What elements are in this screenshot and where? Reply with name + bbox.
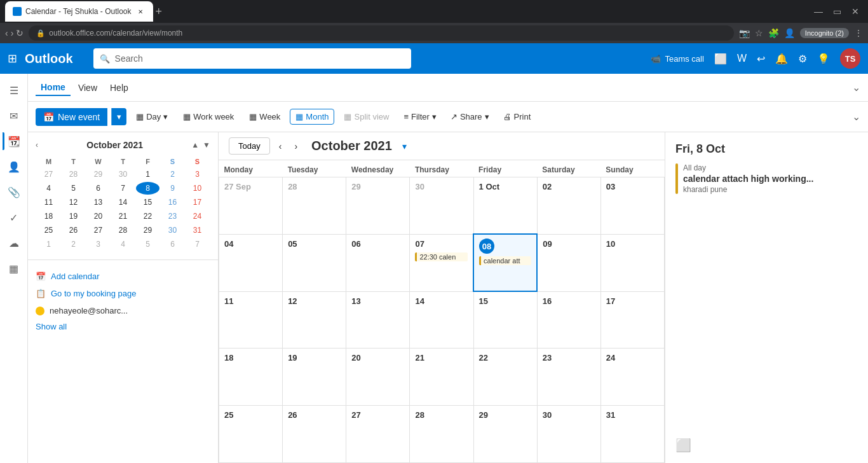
- table-row[interactable]: 27 Sep: [219, 177, 283, 235]
- add-calendar-button[interactable]: 📅 Add calendar: [36, 268, 210, 285]
- nav-tab-view[interactable]: View: [73, 80, 102, 95]
- sidebar-item-tasks[interactable]: ✓: [3, 206, 25, 229]
- new-event-button[interactable]: 📅 New event: [36, 108, 107, 126]
- mini-cal-day[interactable]: 4: [37, 182, 60, 195]
- table-row[interactable]: 02: [537, 177, 600, 235]
- nav-tab-help[interactable]: Help: [105, 80, 133, 95]
- close-button[interactable]: ✕: [848, 5, 863, 18]
- mini-cal-day[interactable]: 16: [161, 196, 184, 209]
- table-row[interactable]: 21: [410, 349, 473, 406]
- mini-cal-day[interactable]: 8: [136, 182, 159, 195]
- table-row[interactable]: 06: [346, 234, 410, 291]
- table-row[interactable]: 17: [600, 291, 664, 349]
- split-view-button[interactable]: ▦ Split view: [338, 109, 395, 125]
- mini-cal-day[interactable]: 31: [186, 224, 209, 237]
- toolbar-expand-icon[interactable]: ⌄: [852, 111, 860, 123]
- url-box[interactable]: 🔒 outlook.office.com/calendar/view/month: [29, 25, 734, 41]
- mini-cal-day[interactable]: 7: [111, 182, 135, 195]
- show-all-button[interactable]: Show all: [36, 319, 210, 334]
- event-chip[interactable]: 22:30 calen: [415, 252, 468, 261]
- waffle-icon[interactable]: ⊞: [8, 52, 17, 66]
- table-row[interactable]: 25: [219, 406, 283, 463]
- mini-cal-day[interactable]: 9: [161, 182, 184, 195]
- extension-icon[interactable]: 🧩: [768, 28, 779, 38]
- day-view-button[interactable]: ▦ Day ▾: [130, 109, 173, 125]
- mini-cal-day[interactable]: 28: [62, 168, 85, 181]
- mini-cal-day[interactable]: 18: [37, 210, 60, 223]
- table-row[interactable]: 23: [537, 349, 600, 406]
- table-row[interactable]: 15: [473, 291, 537, 349]
- table-row[interactable]: 28: [410, 406, 473, 463]
- minimize-button[interactable]: —: [810, 5, 827, 18]
- sidebar-item-apps[interactable]: ▦: [3, 257, 25, 280]
- word-icon[interactable]: W: [737, 53, 747, 64]
- mini-cal-day[interactable]: 10: [186, 182, 209, 195]
- work-week-view-button[interactable]: ▦ Work week: [177, 109, 240, 125]
- event-chip[interactable]: calendar att: [479, 256, 531, 265]
- new-tab-button[interactable]: +: [156, 5, 163, 18]
- table-row[interactable]: 0722:30 calen: [410, 234, 473, 291]
- mini-cal-day[interactable]: 5: [62, 182, 85, 195]
- user-avatar[interactable]: TS: [840, 48, 860, 69]
- maximize-button[interactable]: ▭: [829, 5, 845, 18]
- filter-button[interactable]: ≡ Filter ▾: [398, 109, 441, 124]
- bookmark-icon[interactable]: ☆: [755, 28, 763, 38]
- reload-button[interactable]: ↻: [16, 28, 24, 38]
- table-row[interactable]: 30: [410, 177, 473, 235]
- search-bar[interactable]: 🔍 Search: [93, 48, 411, 69]
- month-dropdown-icon[interactable]: ▾: [402, 141, 407, 151]
- mini-cal-day[interactable]: 6: [86, 182, 110, 195]
- present-icon[interactable]: ⬜: [714, 53, 727, 65]
- sidebar-item-calendar[interactable]: 📆: [3, 130, 25, 153]
- nav-tab-home[interactable]: Home: [36, 79, 71, 96]
- mini-cal-day[interactable]: 12: [62, 196, 85, 209]
- table-row[interactable]: 18: [219, 349, 283, 406]
- today-button[interactable]: Today: [229, 137, 270, 155]
- table-row[interactable]: 11: [219, 291, 283, 349]
- table-row[interactable]: 09: [537, 234, 600, 291]
- mini-cal-prev-button[interactable]: ▲: [191, 141, 199, 149]
- mini-cal-day[interactable]: 30: [161, 224, 184, 237]
- profile-icon[interactable]: 👤: [784, 28, 795, 38]
- mini-cal-day[interactable]: 25: [37, 224, 60, 237]
- expand-icon[interactable]: ⌄: [852, 81, 860, 93]
- table-row[interactable]: 26: [283, 406, 346, 463]
- table-row[interactable]: 31: [600, 406, 664, 463]
- mini-cal-day[interactable]: 14: [111, 196, 135, 209]
- mini-cal-day[interactable]: 13: [86, 196, 110, 209]
- table-row[interactable]: 24: [600, 349, 664, 406]
- back-button[interactable]: ‹: [5, 28, 8, 38]
- mini-cal-day[interactable]: 7: [186, 238, 209, 251]
- sidebar-item-people[interactable]: 👤: [3, 155, 25, 178]
- table-row[interactable]: 04: [219, 234, 283, 291]
- feedback-icon[interactable]: ↩: [757, 53, 765, 65]
- mini-cal-day[interactable]: 23: [161, 210, 184, 223]
- mini-cal-day[interactable]: 1: [37, 238, 60, 251]
- mini-cal-day[interactable]: 21: [111, 210, 135, 223]
- browser-menu-icon[interactable]: ⋮: [854, 28, 863, 38]
- table-row[interactable]: 27: [346, 406, 410, 463]
- event-title[interactable]: calendar attach high working...: [683, 174, 813, 184]
- bell-icon[interactable]: 🔔: [775, 53, 788, 65]
- mini-cal-day[interactable]: 3: [86, 238, 110, 251]
- mini-cal-day[interactable]: 27: [37, 168, 60, 181]
- table-row[interactable]: 22: [473, 349, 537, 406]
- new-event-dropdown-button[interactable]: ▾: [111, 108, 126, 125]
- table-row[interactable]: 1 Oct: [473, 177, 537, 235]
- sidebar-item-cloud[interactable]: ☁: [3, 232, 25, 254]
- table-row[interactable]: 13: [346, 291, 410, 349]
- forward-button[interactable]: ›: [11, 28, 14, 38]
- mini-cal-day[interactable]: 24: [186, 210, 209, 223]
- mini-cal-next-button[interactable]: ▼: [203, 141, 210, 149]
- table-row[interactable]: 12: [283, 291, 346, 349]
- mini-cal-day[interactable]: 17: [186, 196, 209, 209]
- mini-cal-day[interactable]: 11: [37, 196, 60, 209]
- sidebar-item-files[interactable]: 📎: [3, 181, 25, 204]
- search-input[interactable]: Search: [115, 53, 405, 64]
- mini-cal-day[interactable]: 2: [62, 238, 85, 251]
- print-button[interactable]: 🖨 Print: [498, 109, 536, 124]
- mini-cal-day[interactable]: 19: [62, 210, 85, 223]
- table-row[interactable]: 03: [600, 177, 664, 235]
- mini-cal-day[interactable]: 27: [86, 224, 110, 237]
- mini-cal-day[interactable]: 29: [86, 168, 110, 181]
